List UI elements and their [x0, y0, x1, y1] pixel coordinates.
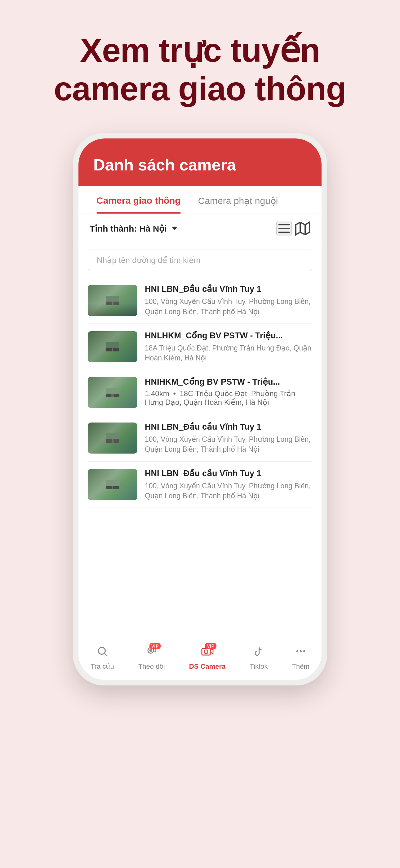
camera-thumbnail — [88, 285, 137, 316]
camera-info: HNLHKM_Cổng BV PSTW - Triệu... 18A Triệu… — [145, 331, 312, 363]
phone-mockup: Danh sách camera Camera giao thông Camer… — [73, 133, 327, 685]
svg-point-30 — [300, 650, 302, 652]
svg-line-23 — [104, 654, 107, 656]
camera-item[interactable]: HNIHKM_Cổng BV PSTW - Triệu... 1,40km • … — [88, 370, 312, 415]
province-selector[interactable]: Tỉnh thành: Hà Nội — [90, 223, 177, 234]
tabs-row: Camera giao thông Camera phạt nguội — [78, 186, 322, 214]
nav-item-tiktok[interactable]: Tiktok — [249, 645, 268, 671]
bottom-nav: Tra cứu VIP Theo dõi — [78, 639, 322, 680]
search-bar[interactable]: Nhập tên đường để tìm kiếm — [88, 250, 312, 271]
camera-item[interactable]: HNI LBN_Đầu cầu Vĩnh Tuy 1 100, Vòng Xuy… — [88, 415, 312, 461]
tiktok-icon — [253, 645, 265, 660]
camera-list: HNI LBN_Đầu cầu Vĩnh Tuy 1 100, Vòng Xuy… — [78, 277, 322, 639]
nav-item-follow[interactable]: VIP Theo dõi — [138, 645, 165, 671]
road-image-icon — [106, 433, 119, 443]
tab-traffic[interactable]: Camera giao thông — [88, 186, 190, 214]
vip-badge-camera: VIP — [205, 643, 216, 649]
svg-point-31 — [303, 650, 305, 652]
nav-item-camera[interactable]: VIP DS Camera — [189, 645, 226, 671]
vip-badge-follow: VIP — [149, 643, 161, 649]
camera-info: HNI LBN_Đầu cầu Vĩnh Tuy 1 100, Vòng Xuy… — [145, 422, 312, 454]
road-image-icon — [106, 388, 119, 397]
camera-item[interactable]: HNI LBN_Đầu cầu Vĩnh Tuy 1 100, Vòng Xuy… — [88, 462, 312, 508]
more-icon — [295, 645, 307, 660]
list-view-button[interactable] — [276, 221, 292, 236]
search-icon — [96, 645, 108, 660]
svg-rect-21 — [112, 486, 113, 489]
camera-info: HNI LBN_Đầu cầu Vĩnh Tuy 1 100, Vòng Xuy… — [145, 468, 312, 501]
hero-section: Xem trực tuyến camera giao thông — [54, 31, 346, 108]
filter-row: Tỉnh thành: Hà Nội — [78, 214, 322, 243]
svg-point-29 — [296, 650, 298, 652]
camera-info: HNIHKM_Cổng BV PSTW - Triệu... 1,40km • … — [145, 377, 312, 408]
camera-thumbnail — [88, 469, 137, 500]
svg-marker-3 — [296, 222, 309, 235]
road-image-icon — [106, 342, 119, 351]
follow-icon-wrapper: VIP — [145, 645, 158, 660]
chevron-down-icon — [172, 227, 177, 230]
view-toggle — [276, 221, 310, 236]
svg-rect-27 — [202, 649, 210, 655]
svg-point-25 — [149, 649, 152, 652]
svg-point-28 — [204, 650, 208, 654]
camera-thumbnail — [88, 377, 137, 408]
svg-rect-15 — [111, 394, 114, 397]
hero-title: Xem trực tuyến camera giao thông — [54, 31, 346, 108]
phone-screen: Danh sách camera Camera giao thông Camer… — [78, 138, 322, 680]
svg-rect-12 — [112, 348, 113, 351]
tab-fine[interactable]: Camera phạt nguội — [190, 186, 287, 214]
app-header-title: Danh sách camera — [93, 156, 307, 174]
map-view-button[interactable] — [295, 221, 310, 236]
camera-item[interactable]: HNI LBN_Đầu cầu Vĩnh Tuy 1 100, Vòng Xuy… — [88, 277, 312, 323]
map-icon — [295, 221, 310, 236]
camera-icon-wrapper: VIP — [201, 645, 214, 660]
svg-point-22 — [98, 648, 105, 654]
camera-info: HNI LBN_Đầu cầu Vĩnh Tuy 1 100, Vòng Xuy… — [145, 284, 312, 316]
camera-item[interactable]: HNLHKM_Cổng BV PSTW - Triệu... 18A Triệu… — [88, 324, 312, 370]
nav-item-search[interactable]: Tra cứu — [91, 645, 114, 671]
nav-item-more[interactable]: Thêm — [292, 645, 309, 671]
camera-thumbnail — [88, 423, 137, 454]
road-image-icon — [106, 480, 119, 489]
svg-rect-18 — [112, 439, 113, 443]
app-header: Danh sách camera — [78, 138, 322, 186]
camera-thumbnail — [88, 331, 137, 362]
list-icon — [276, 221, 292, 236]
